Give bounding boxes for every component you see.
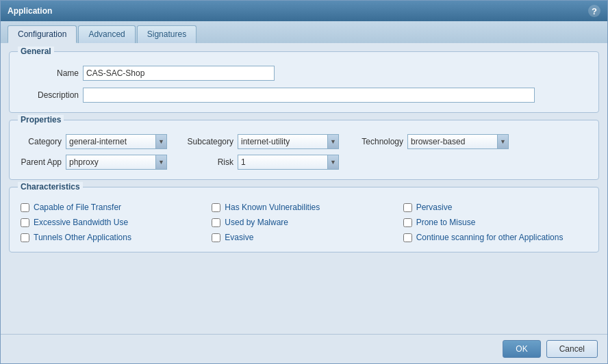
category-dropdown[interactable]: general-internet ▼ (66, 134, 167, 149)
technology-label: Technology (354, 137, 403, 146)
parent-app-value: phproxy (69, 157, 99, 167)
subcategory-label: Subcategory (182, 137, 233, 146)
risk-label: Risk (182, 157, 233, 167)
tab-signatures[interactable]: Signatures (137, 25, 197, 43)
name-row: Name (21, 66, 587, 81)
checkbox-continue-scanning: Continue scanning for other Applications (403, 233, 587, 242)
tab-advanced[interactable]: Advanced (78, 25, 135, 43)
checkbox-excessive-bandwidth-label[interactable]: Excessive Bandwidth Use (34, 218, 128, 227)
checkbox-excessive-bandwidth: Excessive Bandwidth Use (21, 218, 205, 227)
ok-button[interactable]: OK (503, 340, 540, 358)
technology-value: browser-based (411, 137, 465, 146)
general-title: General (18, 47, 54, 56)
dialog-footer: OK Cancel (1, 334, 607, 363)
general-section: General Name Description (9, 51, 599, 113)
category-label: Category (21, 137, 62, 146)
checkbox-prone-to-misuse: Prone to Misuse (403, 218, 587, 227)
checkbox-prone-to-misuse-label[interactable]: Prone to Misuse (416, 218, 476, 227)
risk-dropdown-arrow: ▼ (327, 155, 338, 169)
technology-dropdown[interactable]: browser-based ▼ (407, 134, 509, 149)
checkbox-capable-file-transfer-input[interactable] (21, 203, 29, 212)
main-content: General Name Description Properties Cate… (1, 43, 607, 334)
checkbox-used-by-malware: Used by Malware (212, 218, 396, 227)
subcategory-dropdown-arrow: ▼ (327, 135, 338, 148)
dialog-title: Application (8, 6, 52, 16)
tab-bar: Configuration Advanced Signatures (1, 21, 607, 43)
checkbox-known-vulnerabilities: Has Known Vulnerabilities (212, 203, 396, 212)
name-input[interactable] (83, 66, 275, 81)
checkbox-excessive-bandwidth-input[interactable] (21, 218, 29, 227)
properties-row2: Parent App phproxy ▼ Risk 1 ▼ (21, 155, 587, 170)
checkbox-known-vulnerabilities-input[interactable] (212, 203, 220, 212)
subcategory-value: internet-utility (241, 137, 290, 146)
help-icon[interactable]: ? (588, 5, 600, 17)
name-label: Name (21, 68, 79, 78)
checkbox-tunnels-other-input[interactable] (21, 233, 29, 242)
properties-title: Properties (18, 115, 64, 125)
checkbox-evasive: Evasive (212, 233, 396, 242)
characteristics-section: Characteristics Capable of File Transfer… (9, 187, 599, 252)
checkbox-known-vulnerabilities-label[interactable]: Has Known Vulnerabilities (225, 203, 320, 212)
parent-app-dropdown-arrow: ▼ (155, 155, 166, 169)
risk-dropdown[interactable]: 1 ▼ (238, 155, 339, 170)
checkbox-tunnels-other-label[interactable]: Tunnels Other Applications (34, 233, 131, 242)
characteristics-title: Characteristics (18, 182, 83, 192)
checkbox-pervasive-input[interactable] (403, 203, 412, 212)
description-input[interactable] (83, 88, 535, 103)
tab-configuration[interactable]: Configuration (8, 25, 77, 43)
category-dropdown-arrow: ▼ (155, 135, 166, 148)
subcategory-dropdown[interactable]: internet-utility ▼ (238, 134, 339, 149)
checkbox-continue-scanning-input[interactable] (403, 233, 412, 242)
parent-app-dropdown[interactable]: phproxy ▼ (66, 155, 167, 170)
characteristics-grid: Capable of File Transfer Has Known Vulne… (21, 203, 587, 242)
description-row: Description (21, 88, 587, 103)
checkbox-pervasive: Pervasive (403, 203, 587, 212)
checkbox-evasive-label[interactable]: Evasive (225, 233, 253, 242)
checkbox-continue-scanning-label[interactable]: Continue scanning for other Applications (416, 233, 563, 242)
application-dialog: Application ? Configuration Advanced Sig… (0, 0, 608, 364)
checkbox-prone-to-misuse-input[interactable] (403, 218, 412, 227)
risk-value: 1 (241, 157, 246, 167)
checkbox-tunnels-other: Tunnels Other Applications (21, 233, 205, 242)
checkbox-evasive-input[interactable] (212, 233, 220, 242)
properties-row1: Category general-internet ▼ Subcategory … (21, 134, 587, 149)
description-label: Description (21, 90, 79, 100)
checkbox-used-by-malware-label[interactable]: Used by Malware (225, 218, 288, 227)
checkbox-used-by-malware-input[interactable] (212, 218, 220, 227)
properties-section: Properties Category general-internet ▼ S… (9, 120, 599, 180)
cancel-button[interactable]: Cancel (546, 340, 598, 358)
checkbox-capable-file-transfer-label[interactable]: Capable of File Transfer (34, 203, 121, 212)
checkbox-capable-file-transfer: Capable of File Transfer (21, 203, 205, 212)
title-bar: Application ? (1, 1, 607, 21)
checkbox-pervasive-label[interactable]: Pervasive (416, 203, 453, 212)
category-value: general-internet (69, 137, 127, 146)
parent-app-label: Parent App (21, 157, 62, 167)
technology-dropdown-arrow: ▼ (497, 135, 508, 148)
